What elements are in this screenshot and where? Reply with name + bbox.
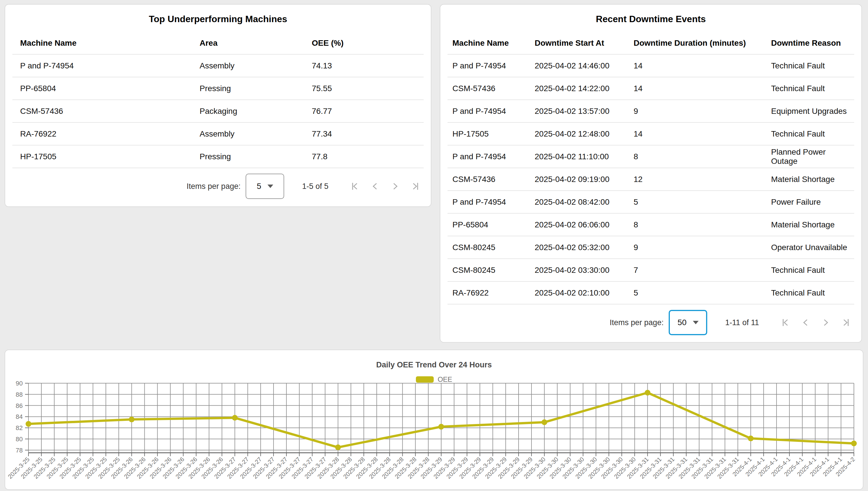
cell-duration: 8: [634, 152, 771, 161]
cell-start: 2025-04-02 05:32:00: [535, 243, 634, 252]
cell-machine: CSM-57436: [448, 175, 535, 184]
page-size-select[interactable]: 50: [669, 310, 707, 335]
last-page-button[interactable]: [410, 180, 421, 192]
last-page-button[interactable]: [840, 317, 851, 328]
cell-area: Assembly: [200, 61, 312, 70]
cell-area: Packaging: [200, 107, 312, 116]
page-range-label: 1-5 of 5: [302, 182, 329, 191]
cell-duration: 9: [634, 243, 771, 252]
cell-start: 2025-04-02 14:46:00: [535, 61, 634, 70]
cell-reason: Technical Fault: [771, 61, 854, 70]
chart-legend[interactable]: OEE: [5, 375, 863, 383]
cell-reason: Material Shortage: [771, 175, 854, 184]
table-row: RA-76922Assembly77.34: [12, 123, 424, 145]
table-row: CSM-802452025-04-02 03:30:007Technical F…: [448, 259, 854, 282]
cell-reason: Planned Power Outage: [771, 147, 854, 166]
paginator-buttons: [349, 180, 421, 192]
chevron-down-icon: [268, 184, 273, 188]
page-title: Recent Downtime Events: [440, 5, 861, 24]
paginator-buttons: [780, 317, 851, 328]
cell-machine: P and P-74954: [448, 198, 535, 207]
paginator: Items per page: 50 1-11 of 11: [440, 305, 861, 341]
table-row: P and P-74954Assembly74.13: [12, 55, 424, 77]
table-row: P and P-749542025-04-02 14:46:0014Techni…: [448, 55, 854, 77]
cell-machine: CSM-57436: [12, 107, 200, 116]
cell-oee: 75.55: [312, 84, 424, 93]
previous-page-button[interactable]: [800, 317, 811, 328]
first-page-button[interactable]: [780, 317, 791, 328]
underperforming-table: Machine NameAreaOEE (%) P and P-74954Ass…: [12, 24, 424, 168]
oee-trend-chart-card: 2025-3-252025-3-252025-3-252025-3-252025…: [5, 350, 863, 490]
cell-oee: 77.8: [312, 152, 424, 161]
cell-start: 2025-04-02 13:57:00: [535, 107, 634, 116]
next-page-button[interactable]: [389, 180, 401, 192]
chevron-down-icon: [693, 321, 699, 324]
cell-oee: 74.13: [312, 61, 424, 70]
cell-duration: 5: [634, 288, 771, 297]
table-row: P and P-749542025-04-02 11:10:008Planned…: [448, 145, 854, 168]
cell-machine: PP-65804: [448, 220, 535, 229]
cell-duration: 14: [634, 129, 771, 139]
svg-text:80: 80: [16, 435, 23, 443]
first-page-icon: [780, 317, 791, 328]
cell-area: Pressing: [200, 84, 312, 93]
cell-duration: 8: [634, 220, 771, 229]
table-row: PP-658042025-04-02 06:06:008Material Sho…: [448, 213, 854, 236]
cell-duration: 14: [634, 84, 771, 93]
cell-oee: 77.34: [312, 129, 424, 139]
cell-start: 2025-04-02 09:19:00: [535, 175, 634, 184]
cell-machine: P and P-74954: [12, 61, 200, 70]
cell-duration: 7: [634, 266, 771, 275]
cell-machine: CSM-57436: [448, 84, 535, 93]
cell-start: 2025-04-02 12:48:00: [535, 129, 634, 139]
cell-start: 2025-04-02 14:22:00: [535, 84, 634, 93]
table-body: P and P-749542025-04-02 14:46:0014Techni…: [448, 55, 854, 305]
last-page-icon: [410, 181, 420, 192]
table-row: HP-17505Pressing77.8: [12, 145, 424, 168]
cell-start: 2025-04-02 08:42:00: [535, 198, 634, 207]
cell-start: 2025-04-02 03:30:00: [535, 266, 634, 275]
first-page-button[interactable]: [349, 180, 361, 192]
cell-reason: Material Shortage: [771, 220, 854, 229]
column-header: OEE (%): [312, 38, 424, 48]
oee-trend-chart[interactable]: 2025-3-252025-3-252025-3-252025-3-252025…: [5, 350, 863, 489]
table-row: HP-175052025-04-02 12:48:0014Technical F…: [448, 123, 854, 145]
svg-text:78: 78: [16, 447, 23, 454]
cell-machine: P and P-74954: [448, 107, 535, 116]
table-body: P and P-74954Assembly74.13PP-65804Pressi…: [12, 55, 424, 168]
table-row: P and P-749542025-04-02 08:42:005Power F…: [448, 191, 854, 213]
cell-duration: 14: [634, 61, 771, 70]
page-title: Top Underperforming Machines: [5, 5, 431, 24]
cell-machine: RA-76922: [12, 129, 200, 139]
column-header: Area: [200, 38, 312, 48]
page-range-label: 1-11 of 11: [725, 318, 759, 327]
column-header: Machine Name: [12, 38, 200, 48]
first-page-icon: [350, 181, 360, 192]
cell-machine: CSM-80245: [448, 243, 535, 252]
chevron-right-icon: [390, 181, 400, 192]
cell-machine: P and P-74954: [448, 152, 535, 161]
cell-duration: 12: [634, 175, 771, 184]
column-header: Machine Name: [448, 38, 535, 48]
cell-machine: RA-76922: [448, 288, 535, 297]
column-header: Downtime Start At: [535, 38, 634, 48]
legend-swatch-oee: [416, 376, 434, 383]
next-page-button[interactable]: [820, 317, 832, 328]
table-row: RA-769222025-04-02 02:10:005Technical Fa…: [448, 282, 854, 305]
page-size-value: 50: [678, 318, 687, 327]
table-row: P and P-749542025-04-02 13:57:009Equipme…: [448, 100, 854, 123]
cell-reason: Equipment Upgrades: [771, 107, 854, 116]
svg-text:84: 84: [16, 413, 23, 420]
page-size-value: 5: [257, 182, 261, 191]
cell-duration: 9: [634, 107, 771, 116]
page-size-select[interactable]: 5: [246, 174, 284, 199]
cell-start: 2025-04-02 02:10:00: [535, 288, 634, 297]
cell-machine: HP-17505: [12, 152, 200, 161]
chevron-right-icon: [820, 317, 831, 328]
cell-machine: CSM-80245: [448, 266, 535, 275]
items-per-page-label: Items per page:: [610, 318, 664, 327]
cell-area: Pressing: [200, 152, 312, 161]
previous-page-button[interactable]: [369, 180, 381, 192]
last-page-icon: [841, 317, 851, 328]
paginator: Items per page: 5 1-5 of 5: [5, 168, 431, 204]
